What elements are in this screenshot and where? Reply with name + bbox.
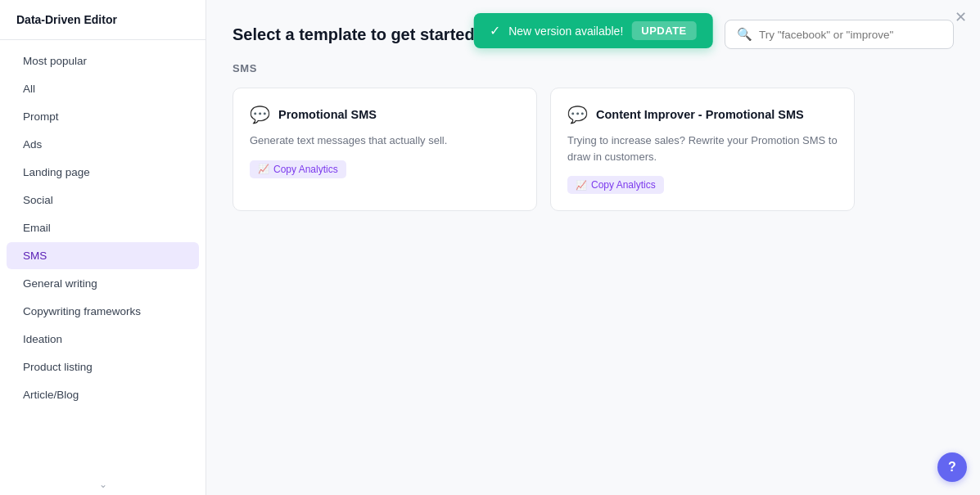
- sidebar-item-all[interactable]: All: [7, 75, 199, 102]
- analytics-badge-content-improver-sms[interactable]: 📈Copy Analytics: [567, 176, 664, 194]
- sidebar-item-social[interactable]: Social: [7, 187, 199, 214]
- card-header-content-improver-sms: 💬Content Improver - Promotional SMS: [567, 105, 838, 124]
- toast-check-icon: ✓: [490, 23, 500, 38]
- sidebar-item-ideation[interactable]: Ideation: [7, 326, 199, 353]
- card-title-promotional-sms: Promotional SMS: [278, 108, 377, 121]
- content-body: SMS 💬Promotional SMSGenerate text messag…: [206, 62, 980, 495]
- search-box: 🔍: [725, 20, 954, 49]
- card-description-promotional-sms: Generate text messages that actually sel…: [250, 133, 520, 149]
- toast-notification: ✓ New version available! UPDATE: [473, 13, 713, 48]
- sidebar-item-prompt[interactable]: Prompt: [7, 103, 199, 130]
- sidebar-item-article-blog[interactable]: Article/Blog: [7, 381, 199, 408]
- sidebar-item-email[interactable]: Email: [7, 214, 199, 241]
- card-title-content-improver-sms: Content Improver - Promotional SMS: [596, 108, 804, 121]
- analytics-icon: 📈: [576, 180, 587, 191]
- sms-card-icon: 💬: [250, 105, 270, 124]
- sidebar-nav: Most popularAllPromptAdsLanding pageSoci…: [0, 40, 205, 474]
- sidebar-item-general-writing[interactable]: General writing: [7, 270, 199, 297]
- card-description-content-improver-sms: Trying to increase sales? Rewrite your P…: [567, 133, 838, 164]
- analytics-badge-label: Copy Analytics: [591, 179, 656, 191]
- section-label: SMS: [233, 62, 954, 74]
- analytics-badge-promotional-sms[interactable]: 📈Copy Analytics: [250, 160, 346, 178]
- analytics-icon: 📈: [258, 164, 269, 174]
- sidebar-item-sms[interactable]: SMS: [7, 242, 199, 269]
- sidebar-item-landing-page[interactable]: Landing page: [7, 159, 199, 186]
- toast-message: New version available!: [508, 25, 623, 38]
- cards-grid: 💬Promotional SMSGenerate text messages t…: [233, 88, 855, 211]
- sidebar-item-copywriting-frameworks[interactable]: Copywriting frameworks: [7, 298, 199, 325]
- analytics-badge-label: Copy Analytics: [273, 164, 338, 175]
- chevron-down-icon: ⌄: [99, 479, 107, 490]
- toast-update-button[interactable]: UPDATE: [631, 21, 696, 40]
- sidebar-item-ads[interactable]: Ads: [7, 131, 199, 158]
- search-input[interactable]: [759, 29, 942, 41]
- sidebar-brand: Data-Driven Editor: [0, 0, 205, 40]
- sms-card-icon: 💬: [567, 105, 588, 124]
- card-promotional-sms[interactable]: 💬Promotional SMSGenerate text messages t…: [233, 88, 537, 211]
- scroll-indicator: ⌄: [0, 474, 205, 495]
- sidebar-item-product-listing[interactable]: Product listing: [7, 353, 199, 380]
- main-content: ✕ ✓ New version available! UPDATE Select…: [206, 0, 980, 495]
- help-button[interactable]: ?: [937, 452, 967, 482]
- search-icon: 🔍: [737, 27, 752, 42]
- sidebar: Data-Driven Editor Most popularAllPrompt…: [0, 0, 206, 495]
- card-content-improver-sms[interactable]: 💬Content Improver - Promotional SMSTryin…: [550, 88, 855, 211]
- page-title: Select a template to get started: [233, 25, 475, 44]
- card-header-promotional-sms: 💬Promotional SMS: [250, 105, 520, 124]
- close-button[interactable]: ✕: [955, 10, 967, 25]
- sidebar-item-most-popular[interactable]: Most popular: [7, 47, 199, 74]
